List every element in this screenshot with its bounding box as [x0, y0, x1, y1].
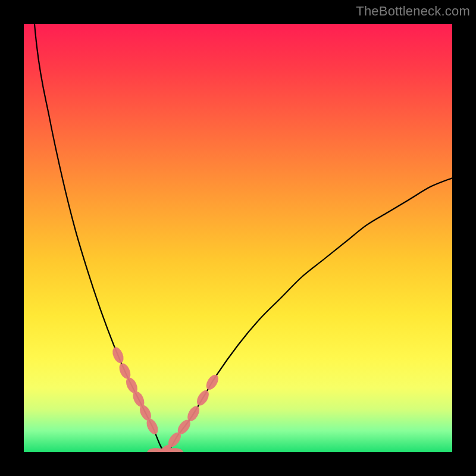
svg-point-11 [204, 372, 221, 392]
svg-point-10 [195, 389, 211, 408]
svg-point-0 [111, 346, 126, 365]
watermark-text: TheBottleneck.com [356, 4, 470, 19]
chart-stage: TheBottleneck.com [0, 0, 476, 476]
plot-area [24, 24, 452, 452]
curves-layer [24, 24, 452, 452]
highlight-pills [111, 346, 221, 452]
bottleneck-curve [24, 24, 452, 452]
